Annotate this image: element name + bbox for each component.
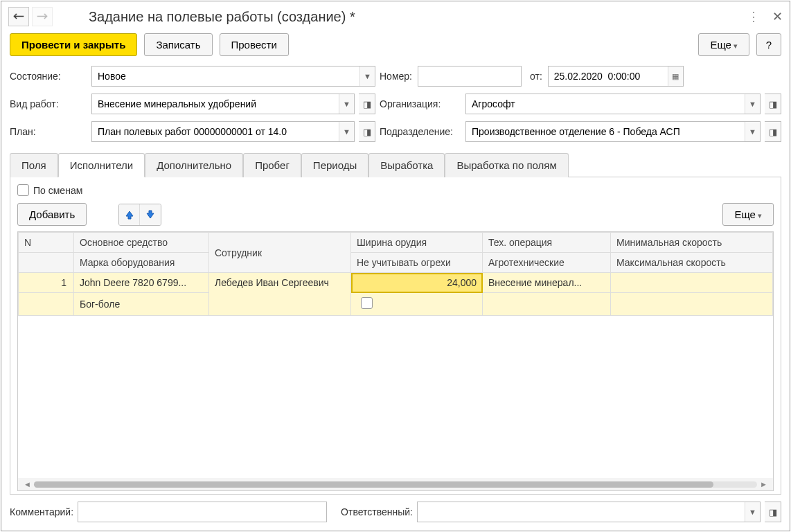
by-shifts-label: По сменам	[33, 185, 82, 196]
nav-back-button[interactable]: 🡐	[8, 7, 29, 26]
dropdown-icon[interactable]: ▼	[339, 122, 354, 141]
col-max-speed[interactable]: Максимальная скорость	[611, 253, 773, 273]
department-input[interactable]	[466, 122, 745, 141]
dropdown-icon[interactable]: ▼	[359, 66, 375, 86]
date-from-label: от:	[530, 71, 542, 82]
dropdown-icon[interactable]: ▼	[745, 502, 760, 522]
cell-operation[interactable]: Внесение минерал...	[483, 273, 611, 293]
responsible-label: Ответственный:	[341, 506, 413, 517]
cell-min-speed[interactable]	[611, 273, 773, 293]
col-employee[interactable]: Сотрудник	[209, 233, 351, 273]
col-equipment[interactable]: Марка оборудования	[74, 253, 209, 273]
page-title: Задание на полевые работы (создание) *	[89, 9, 747, 25]
table-more-button[interactable]: Еще	[722, 203, 774, 226]
tab-output[interactable]: Выработка	[368, 153, 445, 177]
open-ref-icon[interactable]: ◨	[765, 121, 781, 142]
col-n[interactable]: N	[19, 233, 74, 253]
cell-asset[interactable]: John Deere 7820 6799...	[74, 273, 209, 293]
open-ref-icon[interactable]: ◨	[765, 94, 781, 114]
move-up-button[interactable]	[119, 204, 140, 225]
responsible-input[interactable]	[418, 502, 745, 522]
comment-label: Комментарий:	[10, 506, 73, 517]
add-row-button[interactable]: Добавить	[17, 203, 87, 226]
plan-label: План:	[10, 126, 87, 137]
post-and-close-button[interactable]: Провести и закрыть	[10, 33, 137, 56]
col-operation[interactable]: Тех. операция	[483, 233, 611, 253]
scroll-left-icon[interactable]: ◄	[21, 480, 34, 488]
date-input[interactable]	[549, 66, 668, 86]
cell-employee[interactable]: Лебедев Иван Сергеевич	[209, 273, 351, 316]
number-label: Номер:	[380, 71, 412, 82]
save-button[interactable]: Записать	[144, 33, 212, 56]
table-row[interactable]: 1 John Deere 7820 6799... Лебедев Иван С…	[19, 273, 773, 293]
cell-width[interactable]: 24,000	[351, 273, 483, 293]
help-button[interactable]: ?	[756, 33, 781, 56]
table-row[interactable]: Бог-боле	[19, 293, 773, 316]
scroll-right-icon[interactable]: ►	[757, 480, 770, 488]
tabs: Поля Исполнители Дополнительно Пробег Пе…	[10, 153, 781, 177]
col-min-speed[interactable]: Минимальная скорость	[611, 233, 773, 253]
work-type-label: Вид работ:	[10, 98, 87, 109]
executors-table: N Основное средство Сотрудник Ширина ору…	[18, 232, 773, 316]
dropdown-icon[interactable]: ▼	[745, 122, 760, 141]
tab-periods[interactable]: Периоды	[301, 153, 368, 177]
work-type-input[interactable]	[92, 94, 339, 114]
state-input[interactable]	[92, 66, 359, 86]
tab-executors[interactable]: Исполнители	[58, 153, 145, 177]
organization-label: Организация:	[380, 98, 460, 109]
cell-equipment[interactable]: Бог-боле	[74, 293, 209, 316]
open-ref-icon[interactable]: ◨	[765, 502, 781, 522]
titlebar: 🡐 🡒 Задание на полевые работы (создание)…	[1, 1, 790, 32]
col-width[interactable]: Ширина орудия	[351, 233, 483, 253]
dropdown-icon[interactable]: ▼	[745, 94, 760, 114]
nav-forward-button[interactable]: 🡒	[32, 7, 53, 26]
close-icon[interactable]: ✕	[772, 9, 783, 24]
tab-fields[interactable]: Поля	[10, 153, 58, 177]
kebab-icon[interactable]: ⋮	[747, 9, 760, 24]
ignore-checkbox[interactable]	[361, 297, 373, 309]
number-input[interactable]	[418, 66, 521, 86]
more-button[interactable]: Еще	[698, 33, 749, 56]
move-down-button[interactable]	[140, 204, 161, 225]
command-bar: Провести и закрыть Записать Провести Еще…	[1, 32, 790, 62]
cell-agro[interactable]	[483, 293, 611, 316]
organization-input[interactable]	[466, 94, 745, 114]
post-button[interactable]: Провести	[220, 33, 289, 56]
department-label: Подразделение:	[380, 126, 460, 137]
col-agro[interactable]: Агротехнические	[483, 253, 611, 273]
comment-input[interactable]	[78, 502, 326, 522]
calendar-icon[interactable]: ▦	[668, 66, 683, 86]
tab-output-by-field[interactable]: Выработка по полям	[445, 153, 568, 177]
tab-additional[interactable]: Дополнительно	[145, 153, 243, 177]
by-shifts-checkbox[interactable]	[17, 184, 29, 196]
col-ignore[interactable]: Не учитывать огрехи	[351, 253, 483, 273]
cell-max-speed[interactable]	[611, 293, 773, 316]
open-ref-icon[interactable]: ◨	[359, 94, 375, 114]
plan-input[interactable]	[92, 122, 339, 141]
col-asset[interactable]: Основное средство	[74, 233, 209, 253]
open-ref-icon[interactable]: ◨	[359, 121, 375, 142]
state-label: Состояние:	[10, 71, 87, 82]
tab-mileage[interactable]: Пробег	[243, 153, 301, 177]
dropdown-icon[interactable]: ▼	[339, 94, 354, 114]
cell-n[interactable]: 1	[19, 273, 74, 293]
cell-ignore[interactable]	[351, 293, 483, 316]
horizontal-scrollbar[interactable]: ◄ ►	[18, 478, 773, 490]
